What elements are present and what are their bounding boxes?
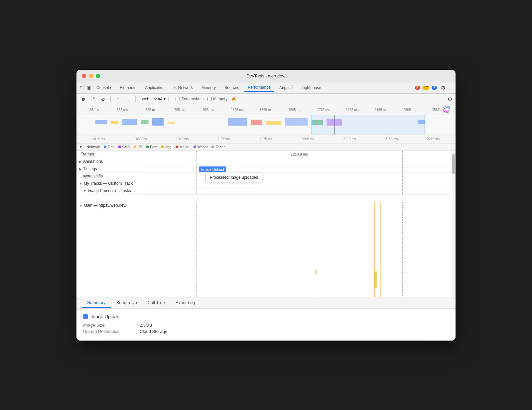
clear-button[interactable]: ⊘: [99, 95, 107, 103]
ip-left-line: [196, 187, 197, 194]
ruler-mark-6: 1365 ms: [252, 108, 280, 112]
legend-css: CSS: [118, 145, 130, 149]
toolbar-divider-1: [110, 96, 111, 102]
timeline-zoom-ruler: 1815 ms 1865 ms 1915 ms 1965 ms 2015 ms …: [76, 135, 456, 144]
traffic-lights: [82, 74, 100, 78]
ct-right-line: [402, 180, 403, 187]
minimize-button[interactable]: [89, 74, 93, 78]
ruler-mark-8: 1765 ms: [309, 108, 338, 112]
tab-bottom-up[interactable]: Bottom-Up: [111, 298, 142, 308]
tab-memory[interactable]: Memory: [198, 84, 220, 91]
legend-font: Font: [146, 145, 157, 149]
animations-triangle-icon: ▶: [79, 160, 82, 163]
timings-left-line: [196, 165, 197, 172]
settings-icon[interactable]: ⚙: [440, 85, 446, 91]
svg-rect-0: [95, 120, 107, 124]
memory-checkbox[interactable]: [207, 97, 212, 101]
zoom-mark-3: 1965 ms: [203, 137, 245, 141]
toolbar-divider-2: [135, 96, 136, 102]
main-track-label: Main — https://web.dev/: [84, 203, 127, 208]
dropdown-arrow-icon: ▾: [164, 97, 166, 101]
titlebar: DevTools - web.dev/: [76, 70, 456, 82]
upload-button[interactable]: ↑: [114, 95, 122, 103]
timings-row[interactable]: ▶ Timings: [76, 165, 143, 173]
toolbar: ⏺ ↺ ⊘ ↑ ↓ web.dev #4 ▾ Screenshots Memor…: [76, 94, 456, 105]
image-processing-label: Image Processing Tasks: [88, 188, 131, 193]
more-icon[interactable]: ⋮: [447, 85, 453, 91]
svg-rect-2: [122, 119, 137, 125]
main-right-line: [402, 202, 403, 297]
font-label: Font: [150, 145, 157, 149]
ruler-mark-11: 2365 ms: [395, 108, 424, 112]
settings-gear-icon[interactable]: ⚙: [447, 96, 453, 102]
device-icon[interactable]: ▣: [86, 85, 92, 91]
ruler-mark-10: 2165 ms: [367, 108, 395, 112]
tab-elements[interactable]: Elements: [116, 84, 140, 91]
tab-console[interactable]: Console: [92, 84, 115, 91]
tab-sources[interactable]: Sources: [220, 84, 243, 91]
tab-lighthouse[interactable]: Lighthouse: [298, 84, 325, 91]
inspector-icon[interactable]: ⬚: [79, 85, 85, 91]
window-title: DevTools - web.dev/: [246, 73, 285, 78]
ellipsis-label: ···: [298, 152, 301, 156]
animations-row[interactable]: ▶ Animations: [76, 158, 143, 165]
ruler-marks-bottom: 1815 ms 1865 ms 1915 ms 1965 ms 2015 ms …: [78, 137, 454, 141]
flame-icon: 🔥: [231, 97, 236, 101]
other-label: Other: [215, 145, 225, 149]
close-button[interactable]: [82, 74, 86, 78]
maximize-button[interactable]: [96, 74, 100, 78]
main-vert-line-1: [315, 202, 315, 297]
summary-row-upload-dest: Upload Destination Cloud Storage: [83, 329, 449, 334]
wasm-color: [194, 146, 196, 148]
layout-shifts-row[interactable]: Layout shifts: [76, 173, 143, 180]
svg-rect-5: [168, 122, 175, 124]
summary-panel: Image Upload Image Size 2.5MB Upload Des…: [76, 308, 456, 341]
zoom-mark-7: 2165 ms: [370, 137, 412, 141]
image-upload-bar[interactable]: Image Upload: [199, 166, 226, 172]
custom-track-row[interactable]: ▼ My Tracks — Custom Track: [76, 180, 143, 187]
tab-network-label: Network: [178, 85, 193, 90]
main-track-row[interactable]: ▼ Main — https://web.dev/: [76, 202, 143, 209]
screenshots-checkbox-label[interactable]: Screenshots: [176, 97, 203, 101]
memory-checkbox-label[interactable]: Memory: [207, 97, 227, 101]
warning-badge-container: 17: [422, 86, 430, 90]
timeline-overview[interactable]: [76, 115, 456, 135]
tab-call-tree[interactable]: Call Tree: [142, 298, 170, 308]
info-badge-container: 7: [432, 86, 437, 90]
tab-network[interactable]: ⚠ Network: [169, 84, 197, 91]
record-button[interactable]: ⏺: [79, 95, 87, 103]
zoom-mark-6: 2115 ms: [329, 137, 371, 141]
main-track-area: [143, 202, 456, 297]
legend-media: Media: [176, 145, 190, 149]
session-selector[interactable]: web.dev #4 ▾: [139, 96, 169, 102]
image-processing-row[interactable]: ▼ Image Processing Tasks: [76, 187, 143, 195]
image-processing-triangle-icon: ▼: [83, 189, 86, 193]
error-count-badge: 5: [415, 86, 420, 90]
tab-event-log[interactable]: Event Log: [170, 298, 200, 308]
tab-performance[interactable]: Performance: [244, 84, 275, 92]
screenshots-checkbox[interactable]: [176, 97, 180, 101]
zoom-mark-5: 2065 ms: [287, 137, 329, 141]
ip-right-line: [402, 187, 403, 194]
net-label: NET: [443, 110, 450, 113]
tab-application[interactable]: Application: [141, 84, 169, 91]
selection-right-line: [402, 151, 403, 158]
network-triangle-icon[interactable]: ▼: [79, 145, 82, 149]
tab-summary[interactable]: Summary: [82, 298, 111, 308]
download-button[interactable]: ↓: [124, 95, 132, 103]
main-left-line: [196, 202, 197, 297]
vertical-scrollbar[interactable]: [452, 151, 456, 297]
reload-button[interactable]: ↺: [89, 95, 97, 103]
legend-other: Other: [211, 145, 225, 149]
timeline-selection[interactable]: [312, 115, 425, 135]
activity-bar-2: [315, 269, 317, 275]
frames-row[interactable]: Frames: [76, 151, 143, 158]
svg-rect-1: [111, 121, 118, 124]
tab-angular[interactable]: Angular: [275, 84, 297, 91]
svg-rect-9: [285, 118, 308, 126]
summary-title-text: Image Upload: [90, 314, 119, 319]
layout-shifts-track: [143, 173, 456, 180]
ruler-marks-top: 165 ms 365 ms 565 ms 765 ms 965 ms 1165 …: [79, 108, 453, 112]
scrollbar-thumb[interactable]: [452, 154, 455, 174]
network-legend: ▼ Network Doc CSS JS Font Img Media Wasm: [76, 144, 456, 151]
